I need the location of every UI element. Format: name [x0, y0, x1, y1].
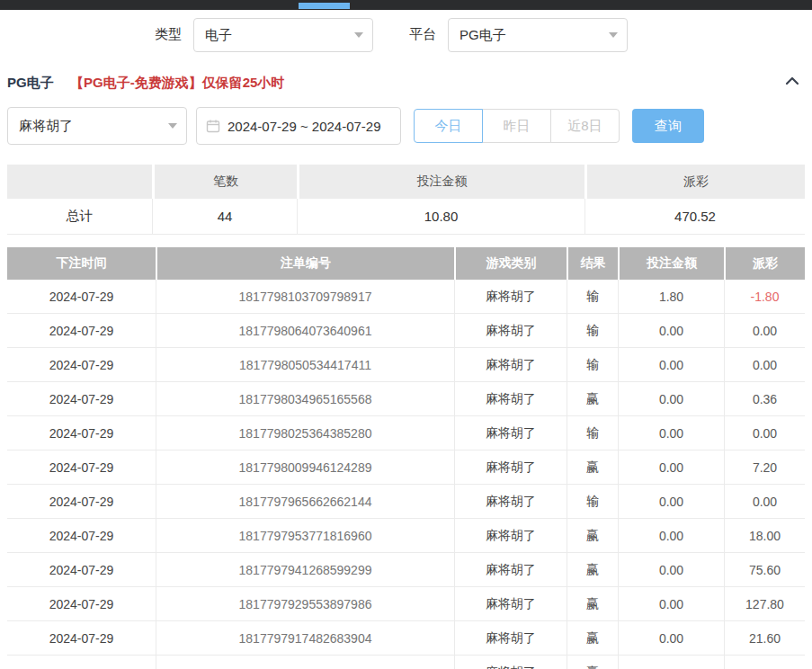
result-cell: 赢 — [567, 450, 618, 485]
bet-time-cell — [7, 656, 156, 669]
payout-cell: 18.00 — [724, 519, 805, 553]
result-cell: 赢 — [567, 621, 618, 656]
bet-time-cell: 2024-07-29 — [7, 621, 156, 656]
page: 类型 电子 平台 PG电子 PG电子 【PG电子-免费游戏】仅保留25小时 麻将… — [0, 0, 812, 669]
bet-id-cell: 1817798025364385280 — [156, 416, 454, 450]
active-tab-indicator[interactable] — [299, 3, 350, 9]
table-row: 麻将胡了赢 — [7, 656, 805, 669]
date-range-input[interactable]: 2024-07-29 ~ 2024-07-29 — [196, 107, 401, 145]
bet-amount-cell: 0.00 — [618, 348, 724, 382]
table-header-cell: 注单编号 — [156, 247, 454, 280]
today-button[interactable]: 今日 — [414, 109, 483, 143]
payout-cell: 75.60 — [724, 553, 805, 587]
summary-total-row: 总计4410.80470.52 — [7, 199, 805, 235]
result-cell: 输 — [567, 314, 618, 348]
game-type-cell: 麻将胡了 — [454, 656, 567, 669]
type-label: 类型 — [155, 26, 182, 43]
table-header-cell: 游戏类别 — [454, 247, 567, 280]
table-row: 2024-07-291817797953771816960麻将胡了赢0.0018… — [7, 519, 805, 553]
bet-amount-cell — [618, 656, 724, 669]
result-cell: 赢 — [567, 553, 618, 587]
search-button[interactable]: 查询 — [632, 109, 704, 143]
game-select-value: 麻将胡了 — [19, 118, 73, 135]
bet-time-cell: 2024-07-29 — [7, 416, 156, 450]
bet-id-cell: 1817798034965165568 — [156, 382, 454, 416]
table-row: 2024-07-291817798025364385280麻将胡了输0.000.… — [7, 416, 805, 450]
bet-amount-cell: 0.00 — [618, 587, 724, 621]
bet-amount-cell: 0.00 — [618, 485, 724, 519]
bet-time-cell: 2024-07-29 — [7, 382, 156, 416]
bet-amount-cell: 0.00 — [618, 416, 724, 450]
table-row: 2024-07-291817798103709798917麻将胡了输1.80-1… — [7, 280, 805, 314]
summary-table: 笔数投注金额派彩 总计4410.80470.52 — [7, 165, 805, 235]
filter-form: 类型 电子 平台 PG电子 — [0, 18, 812, 52]
bet-id-cell — [156, 656, 454, 669]
result-cell: 赢 — [567, 382, 618, 416]
last-8-days-button[interactable]: 近8日 — [550, 109, 620, 143]
summary-header-cell — [7, 165, 152, 199]
type-select-value: 电子 — [205, 27, 232, 44]
payout-cell: 0.00 — [724, 485, 805, 519]
summary-value-cell: 总计 — [7, 199, 152, 235]
bet-amount-cell: 0.00 — [618, 382, 724, 416]
payout-cell: 0.36 — [724, 382, 805, 416]
table-header-row: 下注时间注单编号游戏类别结果投注金额派彩 — [7, 247, 805, 280]
summary-header-cell: 派彩 — [584, 165, 805, 199]
summary-header-cell: 笔数 — [152, 165, 297, 199]
bet-time-cell: 2024-07-29 — [7, 314, 156, 348]
table-row: 2024-07-291817797929553897986麻将胡了赢0.0012… — [7, 587, 805, 621]
table-header-cell: 投注金额 — [618, 247, 724, 280]
summary-header-cell: 投注金额 — [297, 165, 584, 199]
bet-amount-cell: 1.80 — [618, 280, 724, 314]
bet-time-cell: 2024-07-29 — [7, 280, 156, 314]
game-select[interactable]: 麻将胡了 — [7, 107, 187, 145]
game-type-cell: 麻将胡了 — [454, 621, 567, 656]
bet-amount-cell: 0.00 — [618, 519, 724, 553]
bet-time-cell: 2024-07-29 — [7, 587, 156, 621]
table-row: 2024-07-291817798009946124289麻将胡了赢0.007.… — [7, 450, 805, 485]
table-row: 2024-07-291817797917482683904麻将胡了赢0.0021… — [7, 621, 805, 656]
table-row: 2024-07-291817797941268599299麻将胡了赢0.0075… — [7, 553, 805, 587]
query-toolbar: 麻将胡了 2024-07-29 ~ 2024-07-29 今日 昨日 近8日 查… — [0, 107, 812, 147]
section-header: PG电子 【PG电子-免费游戏】仅保留25小时 — [0, 65, 812, 101]
calendar-icon — [206, 119, 220, 133]
collapse-chevron-up-icon[interactable] — [783, 72, 801, 90]
type-select[interactable]: 电子 — [193, 18, 373, 52]
result-cell: 赢 — [567, 519, 618, 553]
payout-cell: 21.60 — [724, 621, 805, 656]
payout-cell: 0.00 — [724, 314, 805, 348]
bet-time-cell: 2024-07-29 — [7, 348, 156, 382]
table-header-cell: 派彩 — [724, 247, 805, 280]
caret-down-icon — [354, 32, 363, 38]
summary-value-cell: 44 — [152, 199, 297, 235]
bet-time-cell: 2024-07-29 — [7, 450, 156, 485]
result-cell: 输 — [567, 348, 618, 382]
game-type-cell: 麻将胡了 — [454, 450, 567, 485]
table-row: 2024-07-291817798034965165568麻将胡了赢0.000.… — [7, 382, 805, 416]
date-shortcut-group: 今日 昨日 近8日 — [414, 109, 620, 143]
game-type-cell: 麻将胡了 — [454, 280, 567, 314]
table-header-cell: 结果 — [567, 247, 618, 280]
summary-header-row: 笔数投注金额派彩 — [7, 165, 805, 199]
result-cell: 输 — [567, 280, 618, 314]
top-tab-bar — [0, 0, 812, 10]
bet-id-cell: 1817797965662662144 — [156, 485, 454, 519]
payout-cell — [724, 656, 805, 669]
bet-amount-cell: 0.00 — [618, 553, 724, 587]
section-title: PG电子 — [7, 75, 54, 92]
result-cell: 赢 — [567, 656, 618, 669]
platform-select[interactable]: PG电子 — [448, 18, 628, 52]
result-cell: 输 — [567, 485, 618, 519]
game-type-cell: 麻将胡了 — [454, 348, 567, 382]
result-cell: 赢 — [567, 587, 618, 621]
game-type-cell: 麻将胡了 — [454, 519, 567, 553]
yesterday-button[interactable]: 昨日 — [482, 109, 551, 143]
game-type-cell: 麻将胡了 — [454, 587, 567, 621]
bet-id-cell: 1817797953771816960 — [156, 519, 454, 553]
game-type-cell: 麻将胡了 — [454, 553, 567, 587]
payout-cell: 7.20 — [724, 450, 805, 485]
caret-down-icon — [168, 123, 177, 129]
payout-cell: 127.80 — [724, 587, 805, 621]
table-body: 2024-07-291817798103709798917麻将胡了输1.80-1… — [7, 280, 805, 669]
bet-time-cell: 2024-07-29 — [7, 519, 156, 553]
